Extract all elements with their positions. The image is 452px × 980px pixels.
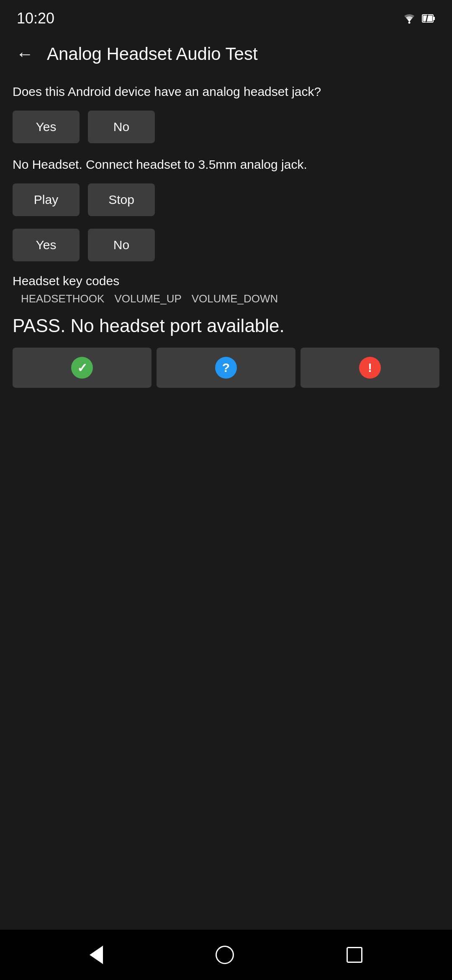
confirm-no-button[interactable]: No xyxy=(88,229,155,261)
nav-home-icon xyxy=(216,946,234,964)
nav-home-button[interactable] xyxy=(209,939,241,971)
stop-button[interactable]: Stop xyxy=(88,183,155,216)
key-codes-row: HEADSETHOOK VOLUME_UP VOLUME_DOWN xyxy=(13,292,439,305)
pass-message: PASS. No headset port available. xyxy=(13,314,439,338)
nav-bar xyxy=(0,930,452,980)
back-arrow-icon: ← xyxy=(16,44,33,64)
key-code-volume-up: VOLUME_UP xyxy=(114,292,181,305)
svg-rect-2 xyxy=(433,17,435,20)
page-title: Analog Headset Audio Test xyxy=(47,44,258,64)
info-result-button[interactable]: ? xyxy=(157,348,295,388)
nav-back-button[interactable] xyxy=(83,939,110,971)
confirm-yes-button[interactable]: Yes xyxy=(13,229,80,261)
play-stop-buttons: Play Stop xyxy=(13,183,439,216)
back-button[interactable]: ← xyxy=(13,42,37,66)
nav-recents-button[interactable] xyxy=(340,940,369,970)
main-content: Does this Android device have an analog … xyxy=(0,75,452,930)
key-code-volume-down: VOLUME_DOWN xyxy=(192,292,278,305)
connect-headset-info: No Headset. Connect headset to 3.5mm ana… xyxy=(13,156,439,173)
top-bar: ← Analog Headset Audio Test xyxy=(0,34,452,75)
headset-jack-buttons: Yes No xyxy=(13,111,439,143)
status-time: 10:20 xyxy=(17,10,54,27)
nav-recents-icon xyxy=(347,947,362,963)
headset-jack-yes-button[interactable]: Yes xyxy=(13,111,80,143)
status-icons xyxy=(402,13,435,24)
key-code-headsethook: HEADSETHOOK xyxy=(21,292,104,305)
wifi-icon xyxy=(402,13,417,24)
fail-result-button[interactable]: ! xyxy=(300,348,439,388)
question-icon: ? xyxy=(215,357,237,379)
fail-icon: ! xyxy=(359,357,381,379)
status-bar: 10:20 xyxy=(0,0,452,34)
pass-result-button[interactable]: ✓ xyxy=(13,348,152,388)
headset-jack-no-button[interactable]: No xyxy=(88,111,155,143)
svg-point-0 xyxy=(408,22,411,24)
result-buttons: ✓ ? ! xyxy=(13,348,439,388)
headset-question: Does this Android device have an analog … xyxy=(13,83,439,101)
confirm-buttons: Yes No xyxy=(13,229,439,261)
headset-key-codes-label: Headset key codes xyxy=(13,274,439,288)
battery-icon xyxy=(422,13,435,24)
play-button[interactable]: Play xyxy=(13,183,80,216)
pass-icon: ✓ xyxy=(71,357,93,379)
nav-back-icon xyxy=(90,946,103,964)
